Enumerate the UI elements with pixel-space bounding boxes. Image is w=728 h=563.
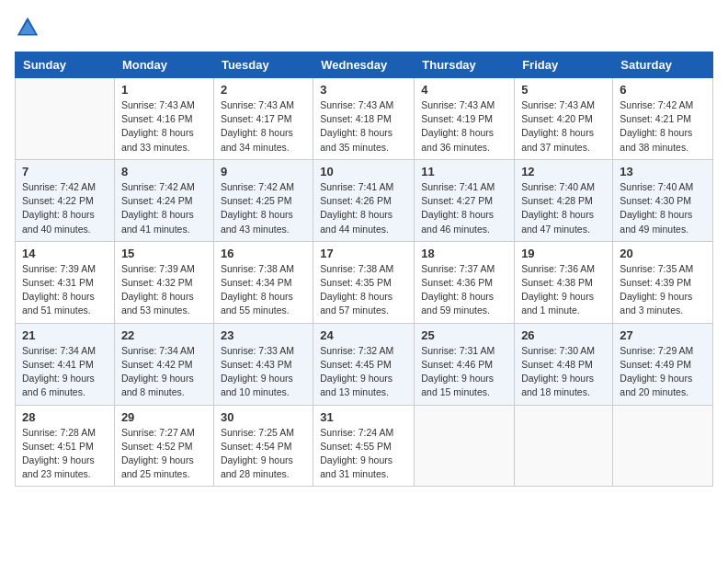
calendar-cell: 23 Sunrise: 7:33 AM Sunset: 4:43 PM Dayl…	[213, 323, 313, 405]
day-info: Sunrise: 7:39 AM Sunset: 4:31 PM Dayligh…	[22, 262, 108, 318]
day-number: 20	[620, 247, 706, 260]
sunrise: Sunrise: 7:38 AM	[221, 263, 294, 274]
daylight: Daylight: 9 hours and 18 minutes.	[521, 373, 594, 397]
calendar-cell: 15 Sunrise: 7:39 AM Sunset: 4:32 PM Dayl…	[114, 241, 213, 323]
daylight: Daylight: 8 hours and 33 minutes.	[121, 127, 194, 152]
sunset: Sunset: 4:16 PM	[121, 113, 193, 124]
sunrise: Sunrise: 7:37 AM	[421, 263, 495, 274]
sunrise: Sunrise: 7:31 AM	[421, 345, 495, 356]
sunset: Sunset: 4:17 PM	[221, 113, 292, 124]
sunrise: Sunrise: 7:33 AM	[221, 345, 294, 356]
day-number: 12	[521, 165, 606, 178]
day-info: Sunrise: 7:27 AM Sunset: 4:52 PM Dayligh…	[121, 426, 207, 482]
sunset: Sunset: 4:55 PM	[320, 441, 392, 452]
daylight: Daylight: 8 hours and 43 minutes.	[221, 209, 293, 234]
calendar-cell	[613, 405, 713, 487]
sunrise: Sunrise: 7:41 AM	[421, 181, 495, 192]
calendar-week-2: 7 Sunrise: 7:42 AM Sunset: 4:22 PM Dayli…	[16, 159, 713, 241]
daylight: Daylight: 8 hours and 47 minutes.	[521, 209, 594, 234]
calendar-cell: 20 Sunrise: 7:35 AM Sunset: 4:39 PM Dayl…	[613, 241, 713, 323]
day-info: Sunrise: 7:36 AM Sunset: 4:38 PM Dayligh…	[521, 262, 606, 318]
calendar-cell: 28 Sunrise: 7:28 AM Sunset: 4:51 PM Dayl…	[16, 405, 115, 487]
column-header-monday: Monday	[114, 52, 213, 78]
sunrise: Sunrise: 7:43 AM	[121, 99, 195, 110]
daylight: Daylight: 9 hours and 6 minutes.	[22, 373, 95, 397]
column-header-thursday: Thursday	[415, 52, 515, 78]
daylight: Daylight: 9 hours and 20 minutes.	[620, 373, 692, 397]
daylight: Daylight: 8 hours and 46 minutes.	[421, 209, 494, 234]
day-info: Sunrise: 7:43 AM Sunset: 4:19 PM Dayligh…	[421, 98, 507, 155]
sunset: Sunset: 4:52 PM	[121, 441, 193, 452]
day-info: Sunrise: 7:35 AM Sunset: 4:39 PM Dayligh…	[620, 262, 706, 318]
day-number: 2	[221, 83, 306, 97]
sunrise: Sunrise: 7:41 AM	[320, 181, 393, 192]
sunset: Sunset: 4:31 PM	[22, 277, 94, 288]
sunset: Sunset: 4:21 PM	[620, 113, 691, 124]
calendar-cell: 21 Sunrise: 7:34 AM Sunset: 4:41 PM Dayl…	[16, 323, 115, 405]
sunset: Sunset: 4:25 PM	[221, 195, 292, 206]
calendar-week-1: 1 Sunrise: 7:43 AM Sunset: 4:16 PM Dayli…	[16, 78, 713, 160]
sunrise: Sunrise: 7:28 AM	[22, 427, 96, 438]
sunset: Sunset: 4:28 PM	[521, 195, 593, 206]
day-number: 24	[320, 328, 407, 342]
calendar-cell: 29 Sunrise: 7:27 AM Sunset: 4:52 PM Dayl…	[114, 405, 213, 487]
sunset: Sunset: 4:34 PM	[221, 277, 292, 288]
sunrise: Sunrise: 7:42 AM	[221, 181, 294, 192]
day-info: Sunrise: 7:41 AM Sunset: 4:27 PM Dayligh…	[421, 180, 507, 236]
sunrise: Sunrise: 7:40 AM	[521, 181, 595, 192]
daylight: Daylight: 9 hours and 25 minutes.	[121, 454, 194, 479]
sunrise: Sunrise: 7:39 AM	[121, 263, 195, 274]
daylight: Daylight: 9 hours and 10 minutes.	[221, 373, 293, 397]
sunset: Sunset: 4:19 PM	[421, 113, 493, 124]
calendar-week-4: 21 Sunrise: 7:34 AM Sunset: 4:41 PM Dayl…	[16, 323, 713, 405]
calendar-cell: 11 Sunrise: 7:41 AM Sunset: 4:27 PM Dayl…	[415, 159, 515, 241]
day-number: 30	[221, 410, 306, 424]
calendar-cell: 2 Sunrise: 7:43 AM Sunset: 4:17 PM Dayli…	[213, 78, 313, 160]
sunset: Sunset: 4:30 PM	[620, 195, 691, 206]
sunrise: Sunrise: 7:29 AM	[620, 345, 693, 356]
calendar-table: SundayMondayTuesdayWednesdayThursdayFrid…	[15, 52, 713, 487]
calendar-cell: 16 Sunrise: 7:38 AM Sunset: 4:34 PM Dayl…	[213, 241, 313, 323]
daylight: Daylight: 9 hours and 13 minutes.	[320, 373, 392, 397]
calendar-cell: 12 Sunrise: 7:40 AM Sunset: 4:28 PM Dayl…	[515, 159, 613, 241]
calendar-cell: 7 Sunrise: 7:42 AM Sunset: 4:22 PM Dayli…	[16, 159, 115, 241]
day-info: Sunrise: 7:43 AM Sunset: 4:18 PM Dayligh…	[320, 98, 407, 155]
calendar-cell: 8 Sunrise: 7:42 AM Sunset: 4:24 PM Dayli…	[114, 159, 213, 241]
sunset: Sunset: 4:54 PM	[221, 441, 292, 452]
day-number: 21	[22, 328, 108, 342]
daylight: Daylight: 8 hours and 36 minutes.	[421, 127, 494, 152]
day-number: 28	[22, 410, 108, 424]
sunrise: Sunrise: 7:43 AM	[221, 99, 294, 110]
day-info: Sunrise: 7:33 AM Sunset: 4:43 PM Dayligh…	[221, 344, 306, 400]
sunset: Sunset: 4:32 PM	[121, 277, 193, 288]
daylight: Daylight: 8 hours and 37 minutes.	[521, 127, 594, 152]
sunset: Sunset: 4:45 PM	[320, 359, 392, 370]
page-header	[15, 15, 713, 40]
sunset: Sunset: 4:43 PM	[221, 359, 292, 370]
day-number: 29	[121, 410, 207, 424]
calendar-cell: 13 Sunrise: 7:40 AM Sunset: 4:30 PM Dayl…	[613, 159, 713, 241]
calendar-cell	[415, 405, 515, 487]
daylight: Daylight: 8 hours and 44 minutes.	[320, 209, 392, 234]
sunrise: Sunrise: 7:27 AM	[121, 427, 195, 438]
column-header-tuesday: Tuesday	[213, 52, 313, 78]
sunrise: Sunrise: 7:42 AM	[121, 181, 195, 192]
day-info: Sunrise: 7:24 AM Sunset: 4:55 PM Dayligh…	[320, 426, 407, 482]
daylight: Daylight: 9 hours and 31 minutes.	[320, 454, 392, 479]
sunrise: Sunrise: 7:39 AM	[22, 263, 96, 274]
sunset: Sunset: 4:49 PM	[620, 359, 691, 370]
day-info: Sunrise: 7:42 AM Sunset: 4:21 PM Dayligh…	[620, 98, 706, 155]
day-number: 9	[221, 165, 306, 178]
daylight: Daylight: 8 hours and 59 minutes.	[421, 291, 494, 316]
day-info: Sunrise: 7:40 AM Sunset: 4:28 PM Dayligh…	[521, 180, 606, 236]
sunset: Sunset: 4:36 PM	[421, 277, 493, 288]
calendar-week-3: 14 Sunrise: 7:39 AM Sunset: 4:31 PM Dayl…	[16, 241, 713, 323]
column-header-wednesday: Wednesday	[313, 52, 415, 78]
calendar-cell: 6 Sunrise: 7:42 AM Sunset: 4:21 PM Dayli…	[613, 78, 713, 160]
day-info: Sunrise: 7:38 AM Sunset: 4:35 PM Dayligh…	[320, 262, 407, 318]
sunset: Sunset: 4:42 PM	[121, 359, 193, 370]
sunrise: Sunrise: 7:42 AM	[620, 99, 693, 110]
sunset: Sunset: 4:26 PM	[320, 195, 392, 206]
day-number: 27	[620, 328, 706, 342]
calendar-header-row: SundayMondayTuesdayWednesdayThursdayFrid…	[16, 52, 713, 78]
